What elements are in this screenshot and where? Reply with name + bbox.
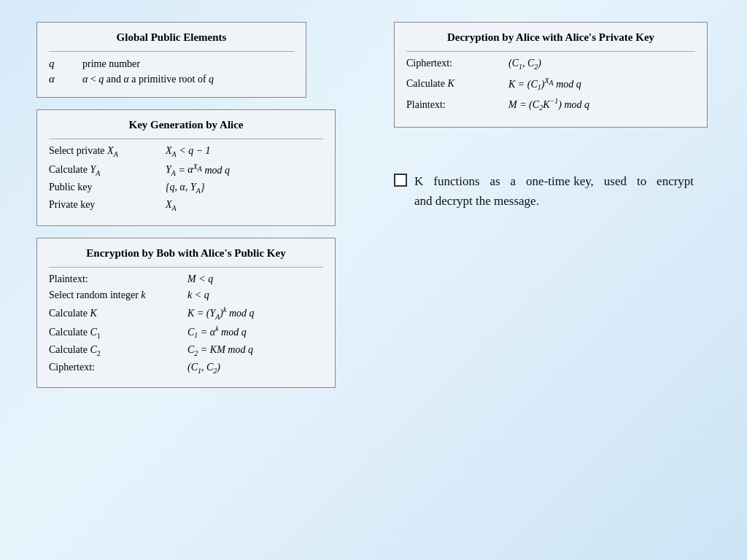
keygen-row-3: Public key {q, α, YA} xyxy=(49,182,323,195)
decrypt-value-1: (C1, C2) xyxy=(508,58,541,71)
keygen-label-1: Select private XA xyxy=(49,145,166,158)
global-desc-alpha: α < q and α a primitive root of q xyxy=(82,74,214,85)
keygen-value-3: {q, α, YA} xyxy=(166,182,204,195)
encrypt-label-3: Calculate K xyxy=(49,308,187,319)
encrypt-value-4: C1 = αk mod q xyxy=(187,324,247,339)
global-sym-q: q xyxy=(49,58,71,70)
encrypt-label-2: Select random integer k xyxy=(49,289,187,301)
keygen-label-2: Calculate YA xyxy=(49,164,166,177)
keygen-row-4: Private key XA xyxy=(49,199,323,212)
keygen-value-4: XA xyxy=(166,199,177,212)
encrypt-row-3: Calculate K K = (YA)k mod q xyxy=(49,306,323,320)
decrypt-label-2: Calculate K xyxy=(406,78,508,90)
encrypt-value-3: K = (YA)k mod q xyxy=(187,306,255,320)
left-column: Global Public Elements q prime number α … xyxy=(36,22,387,438)
keygen-label-4: Private key xyxy=(49,199,166,211)
decrypt-row-3: Plaintext: M = (C2K−1) mod q xyxy=(406,97,695,112)
main-container: Global Public Elements q prime number α … xyxy=(0,0,747,560)
global-box-title: Global Public Elements xyxy=(49,31,294,44)
bullet-text: K functions as a one-time key, used to e… xyxy=(414,171,700,211)
encrypt-label-4: Calculate C1 xyxy=(49,327,187,340)
encrypt-value-1: M < q xyxy=(187,273,213,285)
encrypt-box: Encryption by Bob with Alice's Public Ke… xyxy=(36,238,336,389)
global-desc-q: prime number xyxy=(82,58,140,70)
encrypt-row-6: Ciphertext: (C1, C2) xyxy=(49,362,323,375)
encrypt-value-5: C2 = KM mod q xyxy=(187,344,253,357)
global-public-box: Global Public Elements q prime number α … xyxy=(36,22,306,98)
right-column: Decryption by Alice with Alice's Private… xyxy=(387,22,725,438)
encrypt-box-title: Encryption by Bob with Alice's Public Ke… xyxy=(49,247,323,260)
bullet-block: K functions as a one-time key, used to e… xyxy=(394,164,708,218)
keygen-value-1: XA < q − 1 xyxy=(166,145,211,158)
keygen-row-1: Select private XA XA < q − 1 xyxy=(49,145,323,158)
global-row-q: q prime number xyxy=(49,58,294,70)
encrypt-row-2: Select random integer k k < q xyxy=(49,289,323,301)
checkbox-icon xyxy=(394,174,407,187)
keygen-label-3: Public key xyxy=(49,182,166,193)
keygen-row-2: Calculate YA YA = αXA mod q xyxy=(49,163,323,177)
global-sym-alpha: α xyxy=(49,73,71,85)
global-row-alpha: α α < q and α a primitive root of q xyxy=(49,73,294,85)
decrypt-value-3: M = (C2K−1) mod q xyxy=(508,97,589,112)
encrypt-row-5: Calculate C2 C2 = KM mod q xyxy=(49,344,323,357)
decrypt-row-2: Calculate K K = (C1)XA mod q xyxy=(406,77,695,91)
keygen-box-title: Key Generation by Alice xyxy=(49,119,323,131)
decrypt-box-title: Decryption by Alice with Alice's Private… xyxy=(406,31,695,44)
decrypt-row-1: Ciphertext: (C1, C2) xyxy=(406,58,695,71)
encrypt-row-1: Plaintext: M < q xyxy=(49,273,323,285)
decrypt-box: Decryption by Alice with Alice's Private… xyxy=(394,22,708,128)
encrypt-row-4: Calculate C1 C1 = αk mod q xyxy=(49,324,323,339)
decrypt-label-3: Plaintext: xyxy=(406,99,508,111)
encrypt-label-5: Calculate C2 xyxy=(49,344,187,357)
decrypt-value-2: K = (C1)XA mod q xyxy=(508,77,581,91)
encrypt-label-1: Plaintext: xyxy=(49,273,187,285)
keygen-value-2: YA = αXA mod q xyxy=(166,163,230,177)
keygen-box: Key Generation by Alice Select private X… xyxy=(36,109,336,226)
encrypt-value-6: (C1, C2) xyxy=(187,362,220,375)
decrypt-label-1: Ciphertext: xyxy=(406,58,508,69)
encrypt-label-6: Ciphertext: xyxy=(49,362,187,373)
encrypt-value-2: k < q xyxy=(187,289,209,301)
